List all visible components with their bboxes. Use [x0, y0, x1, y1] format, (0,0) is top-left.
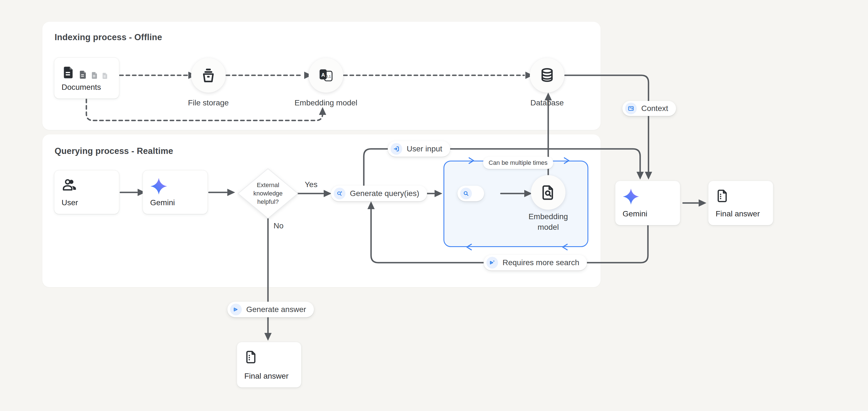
query-pill [457, 186, 484, 201]
database-node [530, 58, 564, 93]
arrowhead [435, 190, 442, 197]
arrowhead [265, 333, 272, 341]
user-input-pill-label: User input [407, 144, 442, 153]
loop-chevron-top-right [564, 158, 569, 164]
final-answer-bottom-card: Final answer [237, 342, 301, 388]
document-icon [91, 71, 99, 80]
embedding-model-online-node [531, 175, 565, 210]
generate-queries-pill-label: Generate query(ies) [350, 189, 419, 198]
rag-architecture-diagram: Indexing process - Offline Querying proc… [0, 0, 868, 411]
decision-text: External knowledge helpful? [237, 167, 299, 220]
arrowhead [227, 189, 235, 196]
database-icon [539, 67, 555, 84]
gemini-answer-label: Gemini [623, 209, 673, 218]
document-icon [78, 69, 88, 80]
can-be-multiple-times-label: Can be multiple times [489, 159, 548, 167]
edge-database-context-to-gemini [565, 75, 649, 172]
document-icon [101, 72, 108, 80]
gemini-query-label: Gemini [150, 198, 200, 207]
embedding-model-offline-node: 0,1 A [309, 58, 343, 93]
embedding-model-icon: 0,1 A [317, 66, 335, 84]
document-icon [62, 65, 75, 80]
final-answer-right-card: Final answer [708, 181, 773, 225]
generate-answer-label: Generate answer [246, 305, 306, 314]
bucket-icon [200, 67, 217, 84]
can-be-multiple-times-pill: Can be multiple times [483, 157, 553, 169]
database-label: Database [502, 97, 592, 108]
arrowhead [645, 172, 652, 180]
search-spark-icon [336, 190, 343, 197]
loop-chevron-bottom-right [563, 244, 567, 250]
context-pill-label: Context [641, 104, 668, 113]
document-search-icon [540, 184, 556, 201]
requires-more-search-pill: Requires more search [484, 255, 587, 270]
file-storage-label: File storage [164, 97, 253, 108]
gemini-answer-card: Gemini [615, 181, 680, 225]
documents-label: Documents [62, 83, 112, 92]
user-input-icon-chip [391, 143, 402, 155]
gemini-star-icon [623, 188, 639, 205]
send-spark-icon [489, 259, 496, 266]
arrowhead [699, 199, 707, 207]
context-icon-chip [625, 102, 637, 114]
requires-more-search-label: Requires more search [502, 258, 579, 267]
generate-answer-icon-chip [230, 304, 242, 315]
documents-icon [62, 65, 112, 80]
generate-queries-icon-chip [334, 188, 345, 199]
yes-label: Yes [305, 180, 317, 189]
external-knowledge-decision: External knowledge helpful? [237, 167, 299, 220]
svg-text:A: A [321, 72, 325, 78]
file-storage-node [191, 58, 226, 93]
requires-more-search-icon-chip [486, 257, 498, 268]
send-icon [232, 306, 239, 313]
gemini-query-card: Gemini [143, 170, 208, 214]
search-icon [463, 190, 469, 197]
loop-chevron-bottom-left [467, 244, 471, 250]
gemini-star-icon [150, 178, 167, 195]
generate-queries-pill: Generate query(ies) [331, 186, 427, 201]
no-label: No [274, 222, 284, 230]
documents-card: Documents [54, 57, 119, 99]
embedding-model-offline-label: Embedding model [281, 97, 371, 108]
embedding-model-online-label: Embedding model [504, 211, 593, 233]
arrowhead [324, 190, 332, 197]
generate-answer-pill: Generate answer [227, 302, 314, 317]
login-icon [393, 146, 400, 152]
users-icon [62, 178, 78, 192]
user-input-pill: User input [388, 141, 450, 157]
loop-chevron-top-left [469, 158, 473, 164]
user-card: User [54, 170, 119, 214]
query-icon-chip [460, 188, 472, 199]
arrowhead [637, 172, 644, 180]
arrowhead [319, 107, 326, 115]
context-icon [628, 105, 634, 112]
arrowhead [367, 201, 375, 209]
final-answer-doc-icon [716, 188, 730, 203]
final-answer-right-label: Final answer [716, 209, 766, 218]
user-label: User [62, 198, 112, 207]
context-pill: Context [622, 101, 676, 116]
final-answer-doc-icon [244, 349, 258, 364]
final-answer-bottom-label: Final answer [244, 372, 294, 381]
